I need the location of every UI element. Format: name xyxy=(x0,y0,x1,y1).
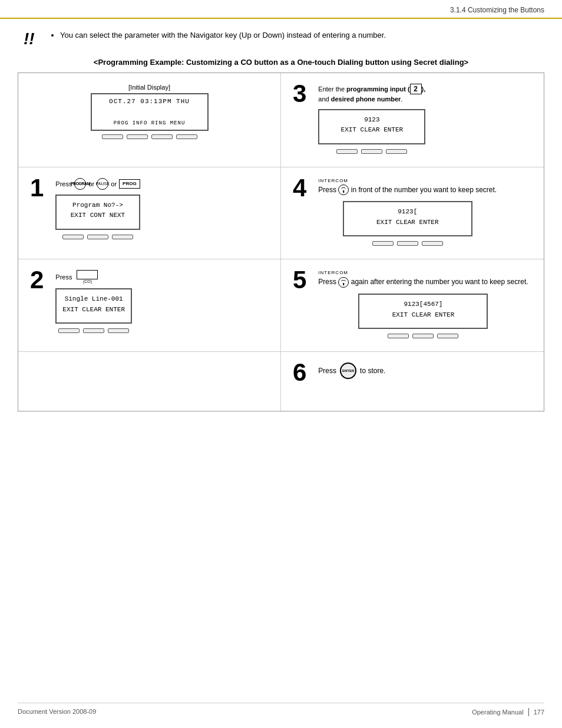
step-3-lcd-line2: EXIT CLEAR ENTER xyxy=(325,125,418,136)
exit-btn-2 xyxy=(58,327,80,333)
page-footer: Document Version 2008-09 Operating Manua… xyxy=(18,703,544,716)
step-3-content: Enter the programming input (2), and des… xyxy=(318,84,425,156)
step-1-cell: 1 Press PROGRAM or PAUSE or PROG xyxy=(18,167,281,260)
ring-btn xyxy=(151,133,173,139)
enter-btn-3 xyxy=(386,148,407,154)
enter-key-label: ENTER xyxy=(342,369,354,373)
initial-display-label: [Initial Display] xyxy=(30,84,269,91)
initial-menu: PROG INFO RING MENU xyxy=(98,120,201,126)
enter-btn-4 xyxy=(422,240,443,246)
step-6-content: Press ENTER to store. xyxy=(318,363,385,385)
initial-display-wrapper: [Initial Display] OCT.27 03:13PM THU PRO… xyxy=(30,84,269,139)
step-4-instruction: Press in front of the number you want to… xyxy=(318,185,497,196)
footer-right: Operating Manual 177 xyxy=(472,708,544,716)
step-5-lcd-line1: 9123[4567] xyxy=(365,299,481,310)
co-label: (CO) xyxy=(83,279,92,284)
step-1-lcd-line2: EXIT CONT NEXT xyxy=(62,210,133,221)
enter-key-btn: ENTER xyxy=(340,363,356,379)
step-4-lcd-line1: 9123[ xyxy=(350,207,465,218)
step-5-cell: 5 INTERCOM Press again after entering th… xyxy=(281,259,544,352)
initial-date: OCT.27 03:13PM THU xyxy=(98,98,201,105)
step-5-lcd-line2: EXIT CLEAR ENTER xyxy=(365,310,481,321)
step-1-press-row: Press PROGRAM or PAUSE or PROG xyxy=(55,178,140,190)
step-3-instruction: Enter the programming input (2), and des… xyxy=(318,84,425,104)
pause-circle-btn: PAUSE xyxy=(97,178,108,190)
step-2-press-row: Press (CO) xyxy=(55,270,132,284)
step-5-lcd-btns xyxy=(358,332,488,338)
prog-rect-key: PROG xyxy=(119,179,140,189)
header-title: 3.1.4 Customizing the Buttons xyxy=(450,6,544,14)
initial-lcd: OCT.27 03:13PM THU PROG INFO RING MENU xyxy=(91,93,209,131)
step-6-instruction: Press ENTER to store. xyxy=(318,363,385,379)
enter-btn-5 xyxy=(437,332,458,338)
step-2-lcd-content: Single Line-001 EXIT CLEAR ENTER xyxy=(62,294,125,315)
cont-btn-1 xyxy=(87,233,108,239)
step-4-lcd-content: 9123[ EXIT CLEAR ENTER xyxy=(350,207,465,228)
initial-display-cell: [Initial Display] OCT.27 03:13PM THU PRO… xyxy=(18,73,281,167)
info-btn xyxy=(127,133,148,139)
intercom-icon-4 xyxy=(338,185,349,195)
co-key xyxy=(77,270,98,279)
step-1-lcd-content: Program No?-> EXIT CONT NEXT xyxy=(62,200,133,221)
page-header: 3.1.4 Customizing the Buttons xyxy=(0,0,562,19)
step-1-lcd: Program No?-> EXIT CONT NEXT xyxy=(55,195,140,230)
prog-btn xyxy=(102,133,123,139)
section-heading: <Programming Example: Customizing a CO b… xyxy=(0,53,562,73)
exit-btn-4 xyxy=(372,240,394,246)
step-1-content: Press PROGRAM or PAUSE or PROG Progra xyxy=(55,178,140,242)
clear-btn-5 xyxy=(412,332,434,338)
step-6-cell: 6 Press ENTER to store. xyxy=(281,352,544,411)
footer-left: Document Version 2008-09 xyxy=(18,708,96,716)
step-1-press-label: Press xyxy=(55,180,72,187)
step-4-intercom-label: INTERCOM xyxy=(318,178,497,183)
clear-btn-2 xyxy=(83,327,104,333)
clear-btn-4 xyxy=(397,240,418,246)
step-2-number: 2 xyxy=(30,268,44,292)
step-2-lcd-line1: Single Line-001 xyxy=(62,294,125,305)
exit-btn-3 xyxy=(336,148,358,154)
step-4-lcd-btns xyxy=(343,240,472,246)
initial-lcd-buttons xyxy=(85,133,214,139)
step-4-cell: 4 INTERCOM Press in front of the number … xyxy=(281,167,544,260)
enter-btn-2 xyxy=(108,327,129,333)
footer-page: 177 xyxy=(534,709,544,716)
step-2-press-label: Press xyxy=(55,274,72,281)
footer-divider xyxy=(528,708,529,716)
clear-btn-3 xyxy=(361,148,382,154)
step-5-content: INTERCOM Press again after entering the … xyxy=(318,270,528,341)
step-2-lcd: Single Line-001 EXIT CLEAR ENTER xyxy=(55,288,132,324)
step-5-lcd-content: 9123[4567] EXIT CLEAR ENTER xyxy=(365,299,481,320)
step-1-or2: or xyxy=(111,180,117,187)
main-content-box: [Initial Display] OCT.27 03:13PM THU PRO… xyxy=(18,73,544,411)
step-3-lcd-line1: 9123 xyxy=(325,115,418,126)
step-5-instruction: Press again after entering the number yo… xyxy=(318,276,528,288)
step-5-lcd: 9123[4567] EXIT CLEAR ENTER xyxy=(358,294,488,329)
step-2-cell: 2 Press (CO) Single Line-001 EXIT CLEAR … xyxy=(18,259,281,352)
exit-btn-1 xyxy=(62,233,84,239)
note-text: You can select the parameter with the Na… xyxy=(60,31,386,39)
step-2-content: Press (CO) Single Line-001 EXIT CLEAR EN… xyxy=(55,270,132,335)
step-6-press-label: Press xyxy=(318,365,336,376)
step-1-lcd-line1: Program No?-> xyxy=(62,200,133,211)
step-4-lcd: 9123[ EXIT CLEAR ENTER xyxy=(343,201,472,236)
step-1-or1: or xyxy=(88,180,94,187)
next-btn-1 xyxy=(112,233,133,239)
step-6-number: 6 xyxy=(293,360,306,385)
program-circle-btn: PROGRAM xyxy=(74,178,86,190)
step-6-post-label: to store. xyxy=(360,365,385,376)
step-3-number: 3 xyxy=(293,81,306,106)
step-2-lcd-btns xyxy=(55,327,132,333)
step-4-number: 4 xyxy=(293,176,306,200)
footer-manual-label: Operating Manual xyxy=(472,709,523,716)
exit-btn-5 xyxy=(388,332,409,338)
step-4-content: INTERCOM Press in front of the number yo… xyxy=(318,178,497,249)
step-3-lcd-btns xyxy=(318,148,425,154)
step-1-number: 1 xyxy=(30,176,44,200)
note-icon: !! xyxy=(24,31,41,47)
step-5-intercom-label: INTERCOM xyxy=(318,270,528,275)
step-1-lcd-btns xyxy=(55,233,140,239)
menu-btn xyxy=(176,133,197,139)
intercom-icon-5 xyxy=(338,277,349,288)
step-2-lcd-line2: EXIT CLEAR ENTER xyxy=(62,305,125,315)
step-3-lcd: 9123 EXIT CLEAR ENTER xyxy=(318,109,425,144)
